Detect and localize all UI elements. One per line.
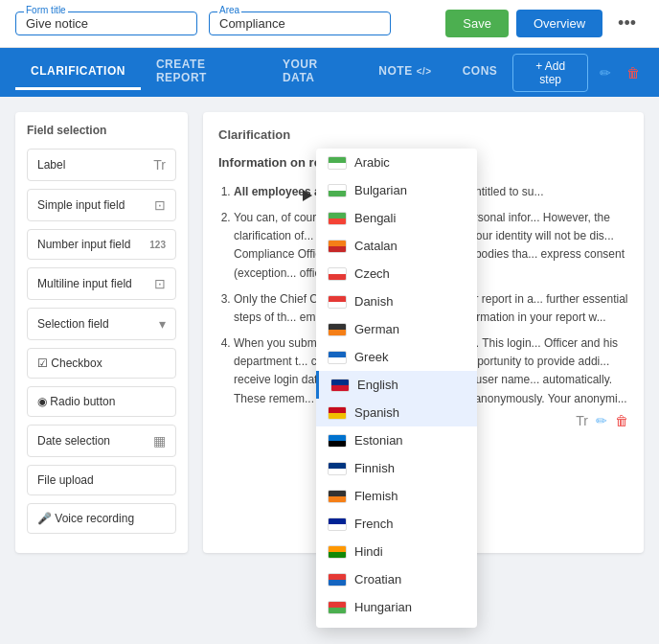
lang-item-catalan[interactable]: Catalan <box>316 232 477 260</box>
lang-label-bengali: Bengali <box>354 211 396 225</box>
lang-label-arabic: Arabic <box>354 155 390 170</box>
lang-item-english[interactable]: English <box>316 371 477 399</box>
tab-note[interactable]: NOTE </> <box>363 55 446 90</box>
arrow-indicator <box>303 190 312 201</box>
lang-item-hindi[interactable]: Hindi <box>316 538 477 565</box>
flag-arabic <box>328 156 347 170</box>
number-input-icon: 123 <box>149 240 166 250</box>
selection-icon: ▾ <box>159 316 166 332</box>
lang-item-spanish[interactable]: Spanish <box>316 399 477 426</box>
field-voice[interactable]: 🎤 Voice recording <box>27 503 176 534</box>
tab-cons[interactable]: CONS <box>447 55 513 90</box>
lang-label-estonian: Estonian <box>354 433 403 448</box>
flag-german <box>328 323 347 336</box>
flag-greek <box>328 351 347 364</box>
lang-item-german[interactable]: German <box>316 315 477 343</box>
lang-label-finnish: Finnish <box>354 461 395 475</box>
multiline-icon: ⊡ <box>154 276 166 291</box>
lang-item-greek[interactable]: Greek <box>316 343 477 371</box>
form-title-label: Form title <box>24 5 68 15</box>
flag-estonian <box>328 434 347 448</box>
field-date[interactable]: Date selection ▦ <box>27 425 176 457</box>
lang-label-spanish: Spanish <box>354 405 399 420</box>
more-button[interactable]: ••• <box>610 10 644 37</box>
edit-icon: ✏ <box>600 65 611 80</box>
flag-spanish <box>328 406 347 420</box>
field-selection-panel: Field selection Label Tr Simple input fi… <box>15 112 188 553</box>
lang-label-bulgarian: Bulgarian <box>354 183 407 197</box>
language-dropdown[interactable]: ArabicBulgarianBengaliCatalanCzechDanish… <box>316 149 477 628</box>
edit-content-button[interactable]: ✏ <box>596 413 607 428</box>
lang-item-bengali[interactable]: Bengali <box>316 204 477 232</box>
lang-item-danish[interactable]: Danish <box>316 288 477 315</box>
lang-label-danish: Danish <box>354 294 393 309</box>
lang-item-bulgarian[interactable]: Bulgarian <box>316 176 477 204</box>
lang-item-hungarian[interactable]: Hungarian <box>316 593 477 621</box>
lang-item-czech[interactable]: Czech <box>316 260 477 288</box>
flag-hindi <box>328 545 347 559</box>
field-radio[interactable]: ◉ Radio button <box>27 386 176 417</box>
flag-finnish <box>328 462 347 475</box>
nav-tabs: CLARIFICATION CREATE REPORT YOUR DATA NO… <box>0 48 659 97</box>
form-fields: Form title Area <box>15 12 434 35</box>
lang-item-finnish[interactable]: Finnish <box>316 454 477 482</box>
flag-croatian <box>328 573 347 586</box>
tab-your-data[interactable]: YOUR DATA <box>267 48 363 97</box>
nav-icons: ✏ 🗑 <box>596 61 644 84</box>
trash-icon: 🗑 <box>626 65 640 80</box>
field-multiline-input[interactable]: Multiline input field ⊡ <box>27 267 176 300</box>
flag-english <box>330 379 350 392</box>
field-panel-title: Field selection <box>27 124 176 137</box>
form-title-field: Form title <box>15 12 197 35</box>
add-step-button[interactable]: + Add step <box>512 54 588 92</box>
flag-czech <box>328 267 347 281</box>
format-icon: Tr <box>576 413 588 428</box>
form-title-input[interactable] <box>26 16 187 31</box>
lang-label-croatian: Croatian <box>354 572 401 586</box>
flag-bulgarian <box>328 184 347 197</box>
tab-clarification[interactable]: CLARIFICATION <box>15 55 141 90</box>
delete-content-button[interactable]: 🗑 <box>615 413 628 428</box>
simple-input-icon: ⊡ <box>154 197 166 213</box>
lang-label-english: English <box>357 378 398 392</box>
header: Form title Area Save Overview ••• <box>0 0 659 48</box>
right-panel-icons: Tr ✏ 🗑 <box>576 413 628 428</box>
label-icon: Tr <box>153 157 166 172</box>
lang-item-croatian[interactable]: Croatian <box>316 565 477 593</box>
date-icon: ▦ <box>153 433 166 448</box>
lang-label-hindi: Hindi <box>354 544 383 559</box>
field-simple-input[interactable]: Simple input field ⊡ <box>27 189 176 221</box>
field-checkbox[interactable]: ☑ Checkbox <box>27 348 176 379</box>
lang-item-estonian[interactable]: Estonian <box>316 426 477 454</box>
edit-step-button[interactable]: ✏ <box>596 61 615 84</box>
lang-label-hungarian: Hungarian <box>354 600 412 614</box>
lang-item-arabic[interactable]: Arabic <box>316 149 477 176</box>
lang-item-flemish[interactable]: Flemish <box>316 482 477 510</box>
add-step-label: + Add step <box>525 59 576 86</box>
flag-hungarian <box>328 601 347 614</box>
app-container: Form title Area Save Overview ••• CLARIF… <box>0 0 659 644</box>
save-button[interactable]: Save <box>445 10 509 37</box>
flag-catalan <box>328 240 347 253</box>
delete-step-button[interactable]: 🗑 <box>623 61 644 84</box>
overview-button[interactable]: Overview <box>516 10 602 37</box>
area-input[interactable] <box>219 16 380 31</box>
field-file[interactable]: File upload <box>27 465 176 495</box>
lang-label-french: French <box>354 517 393 531</box>
lang-label-greek: Greek <box>354 350 388 364</box>
lang-label-catalan: Catalan <box>354 239 398 253</box>
area-field: Area <box>209 12 391 35</box>
lang-item-indonesian[interactable]: Indonesian <box>316 621 477 628</box>
field-label[interactable]: Label Tr <box>27 149 176 181</box>
header-actions: Save Overview ••• <box>445 10 644 37</box>
tab-create-report[interactable]: CREATE REPORT <box>141 48 267 97</box>
flag-flemish <box>328 490 347 503</box>
lang-label-czech: Czech <box>354 266 390 281</box>
clarification-panel-title: Clarification <box>218 127 628 142</box>
lang-label-flemish: Flemish <box>354 489 398 503</box>
area-label: Area <box>217 5 241 15</box>
field-selection[interactable]: Selection field ▾ <box>27 308 176 340</box>
lang-label-german: German <box>354 322 399 336</box>
lang-item-french[interactable]: French <box>316 510 477 538</box>
field-number-input[interactable]: Number input field 123 <box>27 229 176 260</box>
